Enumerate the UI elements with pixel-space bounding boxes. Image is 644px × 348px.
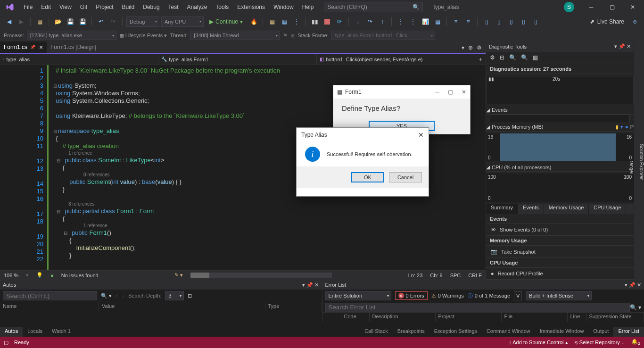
errors-filter[interactable]: ✕0 Errors [395,291,428,300]
close-tab-icon[interactable]: ✕ [39,45,43,50]
autos-more-icon[interactable]: ⊡ [188,293,192,299]
tab-exception-settings[interactable]: Exception Settings [429,327,482,337]
build-filter-dropdown[interactable]: Build + IntelliSense [526,291,592,300]
events-section[interactable]: ◢ Events [486,106,634,115]
scope-dropdown[interactable]: Entire Solution [325,291,391,300]
save-icon[interactable]: 💾 [65,17,75,27]
diag-tab-summary[interactable]: Summary [486,204,518,214]
zoom-in-icon[interactable]: 🔍 [509,54,516,61]
tab-output[interactable]: Output [588,327,613,337]
form1-maximize-icon[interactable]: ▢ [448,89,453,95]
lifecycle-icon[interactable]: ▦ Lifecycle Events ▾ [119,33,167,39]
zoom-level[interactable]: 106 % [4,273,18,278]
menu-project[interactable]: Project [92,2,117,12]
select-repository-button[interactable]: ⎋ Select Repository ▴ [575,340,625,345]
dialog-close-icon[interactable]: ✕ [418,131,424,139]
diag-select-icon[interactable]: ⊟ [500,54,504,61]
cpu-chart[interactable]: 100 100 0 0 [486,174,634,202]
redo-icon[interactable]: ↷ [108,17,118,27]
search-box[interactable]: Search (Ctrl+Q) 🔍 [324,2,423,12]
menu-edit[interactable]: Edit [37,2,55,12]
tab-form1-design[interactable]: Form1.cs [Design] [47,41,100,53]
open-icon[interactable]: 📂 [53,17,63,27]
tb-misc-7[interactable]: ▯ [530,17,541,27]
bookmark-icon[interactable]: ▯ [494,17,504,27]
diag-tab-cpu[interactable]: CPU Usage [589,204,626,214]
tab-locals[interactable]: Locals [23,327,47,337]
tab-breakpoints[interactable]: Breakpoints [393,327,429,337]
diag-view-icon[interactable]: ▦ [533,54,538,61]
step-over-icon[interactable]: ↷ [365,17,375,27]
messages-filter[interactable]: ⓘ0 of 1 Message [468,292,510,299]
new-project-icon[interactable]: ▦ [34,17,45,27]
notifications-button[interactable]: 🔔2 [631,339,640,346]
ok-button[interactable]: OK [351,172,384,182]
dialog-titlebar[interactable]: Type Alias ✕ [297,128,429,142]
menu-test[interactable]: Test [165,2,182,12]
outdent-icon[interactable]: ≡ [463,17,473,27]
menu-build[interactable]: Build [118,2,139,12]
feedback-icon[interactable]: ☺ [630,17,640,27]
user-avatar[interactable]: S [564,2,574,12]
maximize-button[interactable]: ▢ [603,0,621,14]
panel-close-icon[interactable]: ✕ [627,43,631,49]
tab-command-window[interactable]: Command Window [482,327,535,337]
thread-dropdown[interactable]: [3408] Main Thread [190,31,280,40]
close-button[interactable]: ✕ [623,0,642,14]
nav-project-dropdown[interactable]: ▫type_alias [0,54,158,65]
zoom-out-icon[interactable]: 🔍 [521,54,528,61]
menu-git[interactable]: Git [76,2,91,12]
timeline-chart[interactable]: ▮▮ 20s [486,76,634,104]
record-cpu-button[interactable]: ●Record CPU Profile [486,268,634,280]
tab-overflow-icon[interactable]: ▾ [462,44,464,51]
menu-window[interactable]: Window [270,2,297,12]
restart-icon[interactable]: ⟳ [334,17,345,27]
search-icon[interactable]: 🔍 ▾ [101,293,112,299]
tab-settings-icon[interactable]: ⚙ [477,44,482,51]
menu-tools[interactable]: Tools [212,2,232,12]
stackframe-dropdown[interactable]: type_alias.Form1.button1_Click [331,31,435,40]
nav-back-icon[interactable]: ◀ [4,17,14,27]
form1-titlebar[interactable]: ▦ Form1 ─ ▢ ✕ [333,85,470,99]
tb-icon-3[interactable]: ⋮ [291,17,302,27]
line-ending[interactable]: CRLF [468,273,482,278]
process-dropdown[interactable]: [12364] type_alias.exe [27,31,116,40]
code-filter-icon[interactable]: ∇ [514,291,522,300]
tb-misc-3[interactable]: 📊 [420,17,430,27]
indent-icon[interactable]: ≡ [451,17,461,27]
autos-search-input[interactable] [3,291,97,300]
brush-icon[interactable]: ✎ ▾ [174,272,183,278]
pin-icon[interactable]: 📌 [30,45,35,50]
stop-icon[interactable] [322,17,332,27]
tb-misc-1[interactable]: ⋮ [396,17,406,27]
nav-down-icon[interactable]: ↓ [122,293,125,298]
errorlist-search-input[interactable] [325,303,630,312]
issues-indicator[interactable]: No issues found [61,273,99,278]
nav-class-dropdown[interactable]: 🔧type_alias.Form1 [158,54,317,65]
nav-member-dropdown[interactable]: ◧button1_Click(object sender, EventArgs … [317,54,475,65]
save-all-icon[interactable]: 💾 [77,17,88,27]
add-source-control-button[interactable]: ↑ Add to Source Control ▴ [509,340,568,346]
search-icon[interactable]: 🔍 ▾ [630,304,641,311]
form1-minimize-icon[interactable]: ─ [435,89,439,95]
nav-fwd-icon[interactable]: ▶ [16,17,26,27]
continue-button[interactable]: ▶ Continue ▾ [206,18,247,25]
gear-icon[interactable]: ⚙ [490,54,495,61]
tb-icon-1[interactable]: ▦ [267,17,277,27]
output-icon[interactable]: ▢ [4,340,8,346]
diag-tab-events[interactable]: Events [518,204,544,214]
step-out-icon[interactable]: ↑ [377,17,388,27]
tab-autos[interactable]: Autos [0,327,23,337]
live-share-button[interactable]: ⬈ Live Share [586,18,628,25]
panel-dropdown-icon[interactable]: ▾ [614,43,617,49]
config-dropdown[interactable]: Debug [126,17,159,27]
tab-form1-cs[interactable]: Form1.cs📌✕ [0,41,47,53]
lightbulb-icon[interactable]: 💡 [36,272,43,278]
depth-dropdown[interactable]: 3 [165,291,184,300]
threads-icon[interactable]: ⊞ [290,33,295,39]
horizontal-scrollbar[interactable] [190,273,332,278]
menu-debug[interactable]: Debug [139,2,163,12]
form1-close-icon[interactable]: ✕ [462,89,466,95]
platform-dropdown[interactable]: Any CPU [161,17,204,27]
cpu-section[interactable]: ◢ CPU (% of all processors) [486,163,634,172]
